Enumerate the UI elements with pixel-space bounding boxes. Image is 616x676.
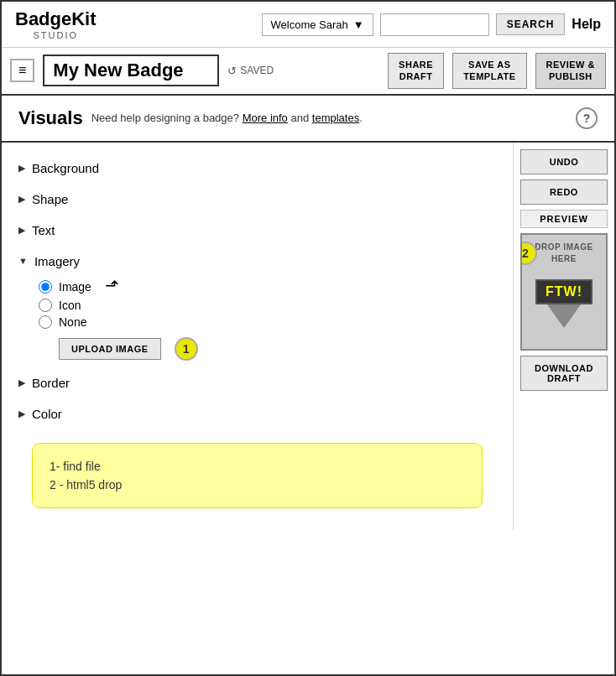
shape-arrow: ▶	[18, 194, 25, 205]
accordion-shape-header[interactable]: ▶ Shape	[18, 187, 496, 211]
visuals-header: Visuals Need help designing a badge? Mor…	[2, 96, 614, 143]
radio-none-label: None	[59, 315, 86, 329]
radio-none[interactable]: None	[39, 315, 496, 329]
brand-sub: STUDIO	[15, 30, 97, 40]
shape-label: Shape	[32, 192, 68, 206]
preview-label: PREVIEW	[520, 210, 608, 228]
note-line2: 2 - html5 drop	[50, 476, 465, 494]
text-arrow: ▶	[18, 225, 25, 236]
main-content: ▶ Background ▶ Shape ▶ Text ▼ Imagery	[2, 143, 614, 531]
visuals-title: Visuals	[18, 107, 83, 129]
review-publish-button[interactable]: REVIEW &PUBLISH	[535, 53, 606, 89]
templates-link[interactable]: templates	[312, 112, 359, 124]
radio-none-input[interactable]	[39, 315, 52, 329]
ftw-badge: FTW!	[535, 279, 593, 304]
preview-box[interactable]: 2 DROP IMAGEHERE FTW!	[520, 233, 608, 351]
hamburger-button[interactable]: ≡	[10, 59, 34, 82]
top-header: BadgeKit STUDIO Welcome Sarah ▼ SEARCH H…	[2, 2, 614, 48]
accordion-border: ▶ Border	[18, 371, 496, 395]
saved-icon: ↺	[227, 65, 237, 77]
help-link[interactable]: Help	[572, 17, 601, 32]
help-circle-icon[interactable]: ?	[576, 107, 598, 129]
accordion-imagery: ▼ Imagery Image ⬏ Icon None	[18, 249, 496, 364]
accordion-background-header[interactable]: ▶ Background	[18, 156, 496, 180]
radio-icon-label: Icon	[59, 299, 81, 312]
saved-label: SAVED	[240, 65, 274, 76]
accordion-text: ▶ Text	[18, 218, 496, 242]
step1-circle: 1	[175, 337, 198, 361]
welcome-dropdown[interactable]: Welcome Sarah ▼	[262, 13, 373, 36]
share-draft-button[interactable]: SHAREDRAFT	[388, 53, 444, 89]
color-arrow: ▶	[18, 408, 25, 419]
accordion-color-header[interactable]: ▶ Color	[18, 402, 496, 426]
imagery-arrow: ▼	[18, 256, 28, 266]
radio-icon-input[interactable]	[39, 299, 52, 312]
accordion-shape: ▶ Shape	[18, 187, 496, 211]
right-panel: UNDO REDO PREVIEW 2 DROP IMAGEHERE FTW! …	[514, 143, 614, 531]
brand-name: BadgeKit	[15, 8, 97, 30]
undo-button[interactable]: UNDO	[520, 149, 608, 174]
imagery-content: Image ⬏ Icon None UPLOAD IMAGE 1	[18, 273, 496, 364]
redo-button[interactable]: REDO	[520, 179, 608, 205]
upload-image-button[interactable]: UPLOAD IMAGE	[59, 338, 161, 360]
imagery-radio-group: Image ⬏ Icon None	[39, 278, 496, 329]
search-input[interactable]	[380, 13, 489, 36]
upload-btn-row: UPLOAD IMAGE 1	[59, 337, 496, 361]
title-bar: ≡ ↺ SAVED SHAREDRAFT SAVE ASTEMPLATE REV…	[2, 48, 614, 96]
accordion-text-header[interactable]: ▶ Text	[18, 218, 496, 242]
background-arrow: ▶	[18, 163, 25, 174]
save-as-template-button[interactable]: SAVE ASTEMPLATE	[452, 53, 526, 89]
accordion-color: ▶ Color	[18, 402, 496, 426]
imagery-label: Imagery	[34, 254, 80, 268]
note-line1: 1- find file	[50, 457, 465, 476]
radio-icon[interactable]: Icon	[39, 299, 496, 312]
radio-image[interactable]: Image ⬏	[39, 278, 496, 295]
radio-image-label: Image	[59, 280, 91, 294]
header-center: Welcome Sarah ▼ SEARCH Help	[262, 13, 601, 36]
search-button[interactable]: SEARCH	[496, 13, 566, 35]
drop-zone-text: DROP IMAGEHERE	[535, 242, 593, 265]
visuals-help-text: Need help designing a badge? More info a…	[91, 112, 363, 124]
saved-indicator: ↺ SAVED	[227, 65, 274, 77]
brand-block: BadgeKit STUDIO	[15, 8, 97, 40]
note-box: 1- find file 2 - html5 drop	[32, 443, 483, 509]
border-arrow: ▶	[18, 377, 25, 388]
accordion-background: ▶ Background	[18, 156, 496, 180]
text-label: Text	[32, 223, 55, 237]
accordion-imagery-header[interactable]: ▼ Imagery	[18, 249, 496, 273]
badge-arrow-down-icon	[547, 304, 581, 328]
accordion-border-header[interactable]: ▶ Border	[18, 371, 496, 395]
radio-image-input[interactable]	[39, 280, 52, 294]
badge-preview-inner: FTW!	[535, 279, 593, 328]
more-info-link[interactable]: More info	[243, 112, 288, 124]
badge-title-input[interactable]	[43, 55, 219, 86]
left-panel: ▶ Background ▶ Shape ▶ Text ▼ Imagery	[2, 143, 514, 531]
color-label: Color	[32, 407, 62, 421]
border-label: Border	[32, 376, 70, 390]
background-label: Background	[32, 161, 99, 175]
download-draft-button[interactable]: DOWNLOADDRAFT	[520, 356, 608, 391]
cursor-icon: ⬏	[105, 275, 119, 295]
